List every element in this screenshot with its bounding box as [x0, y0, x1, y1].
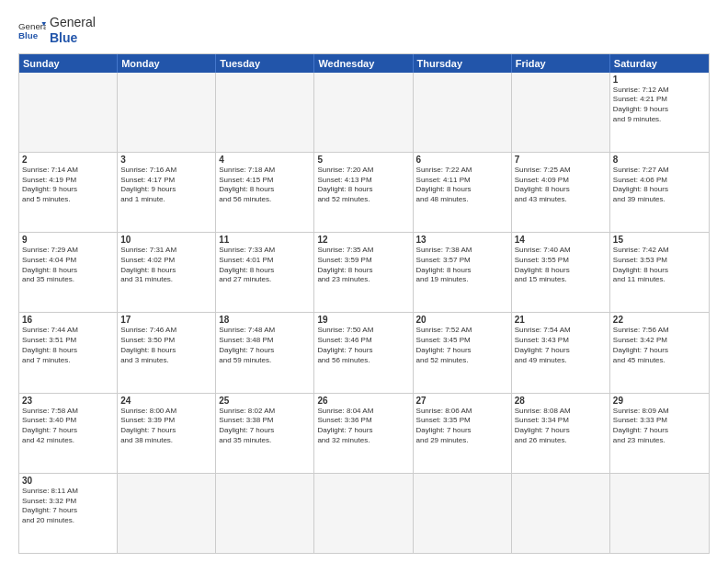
calendar-cell: 5Sunrise: 7:20 AMSunset: 4:13 PMDaylight… [314, 153, 413, 232]
calendar-row-2: 9Sunrise: 7:29 AMSunset: 4:04 PMDaylight… [19, 232, 709, 312]
day-info: Sunrise: 7:50 AMSunset: 3:46 PMDaylight:… [317, 326, 409, 365]
page-header: General Blue General Blue [18, 15, 710, 46]
day-number: 21 [515, 315, 607, 325]
day-number: 27 [416, 396, 508, 406]
day-info: Sunrise: 7:27 AMSunset: 4:06 PMDaylight:… [613, 166, 706, 205]
day-info: Sunrise: 7:52 AMSunset: 3:45 PMDaylight:… [416, 326, 508, 365]
calendar-cell [118, 73, 216, 152]
calendar-row-1: 2Sunrise: 7:14 AMSunset: 4:19 PMDaylight… [19, 152, 709, 232]
calendar-cell: 30Sunrise: 8:11 AMSunset: 3:32 PMDayligh… [19, 474, 118, 553]
day-info: Sunrise: 7:40 AMSunset: 3:55 PMDaylight:… [515, 246, 607, 285]
calendar-cell: 15Sunrise: 7:42 AMSunset: 3:53 PMDayligh… [610, 233, 709, 312]
calendar-cell [118, 474, 216, 553]
day-info: Sunrise: 7:42 AMSunset: 3:53 PMDaylight:… [613, 246, 706, 285]
day-info: Sunrise: 7:58 AMSunset: 3:40 PMDaylight:… [22, 407, 114, 446]
logo-blue: Blue [50, 30, 96, 46]
day-info: Sunrise: 7:20 AMSunset: 4:13 PMDaylight:… [317, 166, 409, 205]
day-number: 5 [317, 155, 409, 165]
calendar-cell: 9Sunrise: 7:29 AMSunset: 4:04 PMDaylight… [19, 233, 118, 312]
day-number: 18 [219, 315, 311, 325]
header-day-saturday: Saturday [610, 54, 709, 73]
header-day-sunday: Sunday [19, 54, 118, 73]
calendar-cell: 13Sunrise: 7:38 AMSunset: 3:57 PMDayligh… [414, 233, 512, 312]
day-info: Sunrise: 7:22 AMSunset: 4:11 PMDaylight:… [416, 166, 508, 205]
day-number: 29 [613, 396, 706, 406]
calendar-cell: 3Sunrise: 7:16 AMSunset: 4:17 PMDaylight… [118, 153, 216, 232]
calendar-cell: 10Sunrise: 7:31 AMSunset: 4:02 PMDayligh… [118, 233, 216, 312]
day-info: Sunrise: 7:14 AMSunset: 4:19 PMDaylight:… [22, 166, 114, 205]
calendar-cell: 20Sunrise: 7:52 AMSunset: 3:45 PMDayligh… [414, 313, 512, 392]
day-number: 8 [613, 155, 706, 165]
day-number: 4 [219, 155, 311, 165]
svg-text:Blue: Blue [18, 30, 39, 40]
day-info: Sunrise: 7:25 AMSunset: 4:09 PMDaylight:… [515, 166, 607, 205]
calendar-cell [314, 73, 413, 152]
logo-general: General [50, 15, 96, 30]
generalblue-logo-icon: General Blue [18, 19, 46, 41]
day-info: Sunrise: 7:29 AMSunset: 4:04 PMDaylight:… [22, 246, 114, 285]
day-info: Sunrise: 8:04 AMSunset: 3:36 PMDaylight:… [317, 407, 409, 446]
calendar-cell: 17Sunrise: 7:46 AMSunset: 3:50 PMDayligh… [118, 313, 216, 392]
day-info: Sunrise: 7:38 AMSunset: 3:57 PMDaylight:… [416, 246, 508, 285]
day-number: 9 [22, 235, 114, 245]
calendar-cell [19, 73, 118, 152]
day-info: Sunrise: 8:00 AMSunset: 3:39 PMDaylight:… [120, 407, 212, 446]
calendar-cell: 19Sunrise: 7:50 AMSunset: 3:46 PMDayligh… [314, 313, 413, 392]
day-number: 13 [416, 235, 508, 245]
calendar-cell: 28Sunrise: 8:08 AMSunset: 3:34 PMDayligh… [512, 394, 610, 473]
header-day-monday: Monday [118, 54, 216, 73]
day-info: Sunrise: 7:31 AMSunset: 4:02 PMDaylight:… [120, 246, 212, 285]
day-info: Sunrise: 7:46 AMSunset: 3:50 PMDaylight:… [120, 326, 212, 365]
day-number: 10 [120, 235, 212, 245]
day-number: 3 [120, 155, 212, 165]
day-number: 30 [22, 476, 114, 486]
calendar: SundayMondayTuesdayWednesdayThursdayFrid… [18, 53, 710, 554]
day-number: 20 [416, 315, 508, 325]
calendar-cell: 26Sunrise: 8:04 AMSunset: 3:36 PMDayligh… [314, 394, 413, 473]
day-number: 25 [219, 396, 311, 406]
day-info: Sunrise: 7:16 AMSunset: 4:17 PMDaylight:… [120, 166, 212, 205]
calendar-row-0: 1Sunrise: 7:12 AMSunset: 4:21 PMDaylight… [19, 73, 709, 152]
calendar-body: 1Sunrise: 7:12 AMSunset: 4:21 PMDaylight… [19, 73, 709, 553]
header-day-wednesday: Wednesday [314, 54, 413, 73]
day-info: Sunrise: 7:18 AMSunset: 4:15 PMDaylight:… [219, 166, 311, 205]
day-number: 12 [317, 235, 409, 245]
day-number: 28 [515, 396, 607, 406]
svg-text:General: General [18, 20, 46, 30]
day-info: Sunrise: 7:56 AMSunset: 3:42 PMDaylight:… [613, 326, 706, 365]
calendar-cell: 16Sunrise: 7:44 AMSunset: 3:51 PMDayligh… [19, 313, 118, 392]
calendar-cell [216, 474, 314, 553]
calendar-cell [414, 474, 512, 553]
calendar-cell: 6Sunrise: 7:22 AMSunset: 4:11 PMDaylight… [414, 153, 512, 232]
day-info: Sunrise: 8:09 AMSunset: 3:33 PMDaylight:… [613, 407, 706, 446]
calendar-cell: 12Sunrise: 7:35 AMSunset: 3:59 PMDayligh… [314, 233, 413, 312]
calendar-cell: 23Sunrise: 7:58 AMSunset: 3:40 PMDayligh… [19, 394, 118, 473]
calendar-cell [512, 474, 610, 553]
calendar-cell [216, 73, 314, 152]
day-info: Sunrise: 8:08 AMSunset: 3:34 PMDaylight:… [515, 407, 607, 446]
calendar-cell: 18Sunrise: 7:48 AMSunset: 3:48 PMDayligh… [216, 313, 314, 392]
calendar-row-4: 23Sunrise: 7:58 AMSunset: 3:40 PMDayligh… [19, 393, 709, 473]
day-info: Sunrise: 7:33 AMSunset: 4:01 PMDaylight:… [219, 246, 311, 285]
calendar-cell [414, 73, 512, 152]
day-number: 16 [22, 315, 114, 325]
header-day-tuesday: Tuesday [216, 54, 314, 73]
calendar-cell: 7Sunrise: 7:25 AMSunset: 4:09 PMDaylight… [512, 153, 610, 232]
calendar-cell: 22Sunrise: 7:56 AMSunset: 3:42 PMDayligh… [610, 313, 709, 392]
day-info: Sunrise: 7:44 AMSunset: 3:51 PMDaylight:… [22, 326, 114, 365]
calendar-header: SundayMondayTuesdayWednesdayThursdayFrid… [19, 54, 709, 73]
header-day-friday: Friday [512, 54, 610, 73]
calendar-cell [610, 474, 709, 553]
day-info: Sunrise: 8:11 AMSunset: 3:32 PMDaylight:… [22, 487, 114, 526]
day-info: Sunrise: 8:02 AMSunset: 3:38 PMDaylight:… [219, 407, 311, 446]
day-number: 26 [317, 396, 409, 406]
day-number: 19 [317, 315, 409, 325]
day-number: 2 [22, 155, 114, 165]
calendar-cell: 27Sunrise: 8:06 AMSunset: 3:35 PMDayligh… [414, 394, 512, 473]
day-number: 11 [219, 235, 311, 245]
calendar-cell: 25Sunrise: 8:02 AMSunset: 3:38 PMDayligh… [216, 394, 314, 473]
day-info: Sunrise: 7:54 AMSunset: 3:43 PMDaylight:… [515, 326, 607, 365]
day-number: 24 [120, 396, 212, 406]
calendar-cell [512, 73, 610, 152]
day-number: 17 [120, 315, 212, 325]
